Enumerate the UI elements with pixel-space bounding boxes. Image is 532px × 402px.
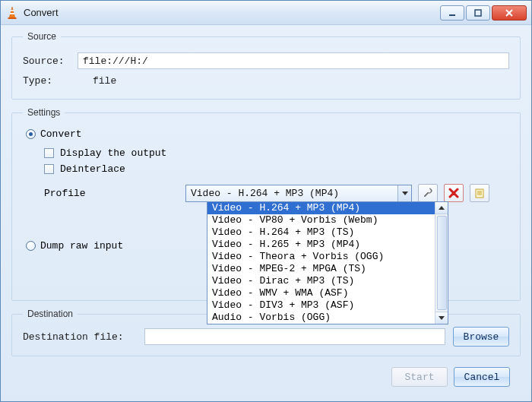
destination-label: Destination file:: [23, 331, 137, 343]
deinterlace-row[interactable]: Deinterlace: [44, 163, 509, 175]
profile-option[interactable]: Video - Dirac + MP3 (TS): [207, 275, 435, 287]
profile-option[interactable]: Video - H.264 + MP3 (TS): [207, 226, 435, 239]
minimize-button[interactable]: [440, 5, 464, 21]
source-label: Source:: [23, 55, 78, 67]
window-title: Convert: [24, 7, 440, 18]
profile-option[interactable]: Video - MPEG-2 + MPGA (TS): [207, 263, 435, 275]
svg-rect-1: [11, 10, 14, 11]
cancel-button[interactable]: Cancel: [454, 367, 510, 387]
vlc-cone-icon: [5, 6, 19, 20]
profile-dropdown-list[interactable]: Video - H.264 + MP3 (MP4)Video - VP80 + …: [207, 201, 448, 324]
profile-new-button[interactable]: [470, 184, 489, 202]
type-label: Type:: [23, 75, 78, 87]
profile-label: Profile: [44, 188, 185, 199]
profile-option[interactable]: Audio - Vorbis (OGG): [207, 312, 435, 324]
scroll-thumb[interactable]: [437, 216, 447, 310]
title-bar: Convert: [1, 1, 531, 25]
profile-option[interactable]: Video - WMV + WMA (ASF): [207, 287, 435, 299]
display-output-row[interactable]: Display the output: [44, 147, 509, 159]
chevron-down-icon: [439, 316, 445, 320]
chevron-up-icon: [439, 206, 445, 210]
destination-input[interactable]: [144, 328, 445, 345]
svg-rect-2: [10, 13, 14, 14]
source-input[interactable]: [78, 52, 509, 69]
new-profile-icon: [474, 188, 485, 198]
svg-rect-3: [8, 17, 17, 19]
profile-option[interactable]: Video - Theora + Vorbis (OGG): [207, 251, 435, 263]
dump-raw-radio[interactable]: [26, 241, 36, 251]
chevron-down-icon: [402, 192, 408, 195]
profile-combobox[interactable]: Video - H.264 + MP3 (MP4): [185, 185, 412, 202]
profile-selected: Video - H.264 + MP3 (MP4): [186, 188, 397, 199]
scroll-down-button[interactable]: [435, 312, 448, 324]
wrench-icon: [422, 187, 434, 199]
deinterlace-label: Deinterlace: [60, 163, 125, 175]
display-output-checkbox[interactable]: [44, 148, 54, 158]
profile-delete-button[interactable]: [444, 184, 464, 202]
settings-legend: Settings: [23, 107, 65, 118]
display-output-label: Display the output: [60, 147, 166, 159]
profile-row: Profile Video - H.264 + MP3 (MP4): [44, 184, 509, 202]
dialog-footer: Start Cancel: [11, 364, 521, 387]
client-area: Source Source: Type: file Settings Conve…: [1, 25, 531, 394]
scroll-up-button[interactable]: [435, 202, 448, 214]
type-value: file: [93, 75, 116, 87]
profile-edit-button[interactable]: [418, 184, 438, 202]
svg-rect-4: [449, 14, 455, 16]
convert-window: Convert Source Source: Type: file: [0, 0, 532, 402]
dump-raw-radio-label: Dump raw input: [40, 240, 123, 252]
dropdown-scrollbar[interactable]: [435, 202, 448, 324]
destination-legend: Destination: [23, 309, 78, 319]
profile-dropdown-button[interactable]: [397, 185, 411, 201]
maximize-button[interactable]: [466, 5, 490, 21]
convert-radio-label: Convert: [40, 128, 82, 140]
start-button[interactable]: Start: [391, 367, 448, 387]
delete-x-icon: [448, 188, 459, 198]
close-button[interactable]: [492, 5, 527, 21]
browse-button[interactable]: Browse: [453, 327, 509, 347]
convert-radio[interactable]: [26, 129, 36, 139]
profile-option[interactable]: Video - H.265 + MP3 (MP4): [207, 239, 435, 251]
source-legend: Source: [23, 31, 61, 42]
window-buttons: [440, 5, 527, 21]
svg-marker-0: [9, 7, 15, 18]
settings-group: Settings Convert Display the output Dein…: [11, 107, 521, 301]
svg-rect-5: [475, 10, 481, 16]
convert-radio-row[interactable]: Convert: [26, 128, 509, 140]
profile-option[interactable]: Video - VP80 + Vorbis (Webm): [207, 214, 435, 226]
profile-option[interactable]: Video - H.264 + MP3 (MP4): [207, 202, 435, 214]
profile-option[interactable]: Video - DIV3 + MP3 (ASF): [207, 299, 435, 312]
deinterlace-checkbox[interactable]: [44, 164, 54, 174]
source-group: Source Source: Type: file: [11, 31, 521, 100]
